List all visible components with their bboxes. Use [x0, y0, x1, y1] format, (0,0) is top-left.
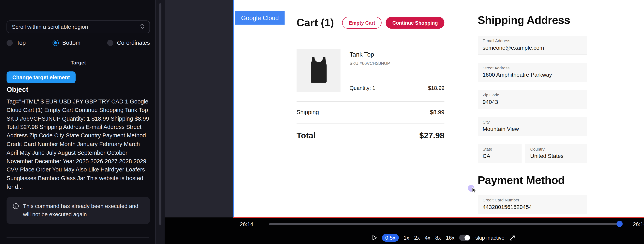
radio-label: Co-ordinates	[117, 39, 150, 46]
field-label: City	[482, 120, 582, 124]
quantity-label: Quantity: 1	[350, 85, 375, 91]
sidebar-divider	[6, 237, 149, 238]
cart-actions: Empty Cart Continue Shopping	[342, 17, 444, 28]
radio-label: Top	[16, 39, 26, 46]
product-image-tank-top	[296, 49, 340, 92]
zip-code-field[interactable]: Zip Code 94043	[478, 90, 587, 109]
change-target-button[interactable]: Change target element	[6, 71, 76, 83]
shipping-address-heading: Shipping Address	[478, 14, 587, 27]
item-price: $18.99	[428, 85, 444, 91]
cart-section: Cart (1) Empty Cart Continue Shopping T	[296, 0, 444, 140]
divider-line	[296, 40, 444, 40]
sidebar-scrollbar	[156, 0, 165, 244]
shipping-label: Shipping	[296, 109, 319, 115]
divider-line	[90, 62, 150, 63]
skip-inactive-label: skip inactive	[475, 235, 504, 241]
credit-card-number-field[interactable]: Credit Card Number 4432801561520454	[478, 195, 587, 214]
street-address-field[interactable]: Street Address 1600 Amphitheatre Parkway	[478, 63, 587, 82]
object-heading: Object	[6, 86, 28, 94]
mouse-pointer-icon	[471, 187, 477, 196]
replay-stage: Google Cloud Cart (1) Empty Cart Continu…	[165, 0, 644, 244]
field-label: Country	[530, 147, 582, 151]
element-highlight-bottom-edge	[233, 217, 644, 218]
speed-1x-button[interactable]: 1x	[404, 235, 409, 241]
radio-icon	[6, 40, 13, 46]
divider-line	[296, 123, 444, 123]
radio-option-top[interactable]: Top	[6, 39, 26, 46]
cart-header: Cart (1) Empty Cart Continue Shopping	[296, 16, 444, 29]
command-sidebar: Scroll within a scrollable region Top Bo…	[0, 0, 156, 244]
state-field[interactable]: State CA	[478, 144, 522, 163]
cart-item-details: Tank Top SKU #66VCHSJNUP Quantity: 1 $18…	[350, 49, 444, 92]
email-field[interactable]: E-mail Address someone@example.com	[478, 36, 587, 55]
field-label: Street Address	[482, 66, 582, 70]
fullscreen-icon[interactable]	[510, 235, 515, 241]
object-dump-text: Tag="HTML" $ EUR USD JPY GBP TRY CAD 1 G…	[6, 97, 152, 191]
scroll-position-radios: Top Bottom Co-ordinates	[6, 39, 150, 46]
speed-8x-button[interactable]: 8x	[435, 235, 441, 241]
total-price: $27.98	[419, 131, 444, 140]
speed-4x-button[interactable]: 4x	[425, 235, 430, 241]
field-value: 94043	[482, 99, 582, 105]
radio-option-coordinates[interactable]: Co-ordinates	[107, 39, 150, 46]
scroll-type-select[interactable]: Scroll within a scrollable region	[6, 20, 150, 33]
speed-16x-button[interactable]: 16x	[446, 235, 454, 241]
product-sku: SKU #66VCHSJNUP	[350, 61, 444, 66]
element-highlight-left-edge	[233, 0, 234, 217]
total-label: Total	[296, 131, 316, 140]
field-value: someone@example.com	[482, 45, 582, 51]
shipping-row: Shipping $8.99	[296, 109, 444, 115]
field-value: 1600 Amphitheatre Parkway	[482, 72, 582, 78]
checkout-section: Shipping Address E-mail Address someone@…	[478, 0, 587, 214]
field-value: 4432801561520454	[482, 204, 582, 210]
scroll-type-select-value: Scroll within a scrollable region	[12, 24, 88, 30]
radio-selected-icon	[52, 40, 58, 46]
seek-track[interactable]	[269, 223, 619, 225]
total-row: Total $27.98	[296, 131, 444, 140]
end-time-label: 26:14	[633, 221, 644, 227]
empty-cart-button[interactable]: Empty Cart	[342, 17, 382, 28]
info-icon	[13, 203, 19, 211]
quantity-price-row: Quantity: 1 $18.99	[350, 85, 444, 92]
player-timeline-bar: 26:14 26:14 0.5x 1x 2x 4x 8x 16x skip in…	[165, 217, 644, 244]
radio-option-bottom[interactable]: Bottom	[52, 39, 80, 46]
field-label: Credit Card Number	[482, 198, 582, 202]
state-country-row: State CA Country United States	[478, 136, 587, 163]
divider-line	[296, 101, 444, 102]
executed-notice: This command has already been executed a…	[6, 197, 150, 224]
executed-notice-text: This command has already been executed a…	[23, 202, 144, 219]
recorded-website: Cart (1) Empty Cart Continue Shopping T	[234, 0, 644, 217]
divider-line	[6, 62, 66, 63]
continue-shopping-button[interactable]: Continue Shopping	[386, 17, 444, 28]
scrollbar-thumb[interactable]	[159, 3, 162, 225]
speed-0-5x-button[interactable]: 0.5x	[382, 234, 398, 242]
cart-title: Cart (1)	[296, 16, 334, 29]
app-window: Scroll within a scrollable region Top Bo…	[0, 0, 644, 244]
field-label: State	[482, 147, 517, 151]
payment-method-heading: Payment Method	[478, 174, 587, 187]
country-field[interactable]: Country United States	[525, 144, 587, 163]
target-section-label: Target	[71, 60, 86, 66]
seek-handle[interactable]	[616, 221, 623, 227]
player-controls: 0.5x 1x 2x 4x 8x 16x skip inactive	[372, 234, 515, 242]
field-label: Zip Code	[482, 93, 582, 97]
product-name: Tank Top	[350, 51, 444, 58]
select-chevrons-icon	[140, 23, 144, 30]
speed-2x-button[interactable]: 2x	[414, 235, 420, 241]
field-value: United States	[530, 153, 582, 159]
field-value: Mountain View	[482, 126, 582, 132]
play-button[interactable]	[372, 235, 377, 241]
city-field[interactable]: City Mountain View	[478, 117, 587, 136]
toggle-knob	[465, 235, 470, 241]
target-section-divider: Target	[6, 60, 150, 66]
google-cloud-badge: Google Cloud	[236, 11, 284, 25]
radio-icon	[107, 40, 113, 46]
skip-inactive-toggle[interactable]	[459, 235, 470, 241]
shipping-price: $8.99	[430, 109, 444, 115]
current-time-label: 26:14	[240, 221, 253, 227]
radio-label: Bottom	[62, 39, 80, 46]
field-label: E-mail Address	[482, 39, 582, 43]
field-value: CA	[482, 153, 517, 159]
cart-item-row: Tank Top SKU #66VCHSJNUP Quantity: 1 $18…	[296, 49, 444, 92]
